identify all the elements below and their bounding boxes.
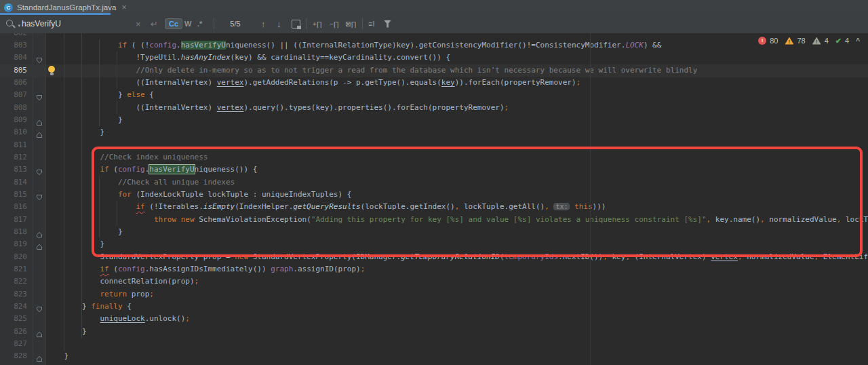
- code-line-827[interactable]: [0, 338, 868, 351]
- inspections-widget[interactable]: ! 80 ! 78 ! 4 ✔ 4 ^: [758, 35, 860, 46]
- fold-marker-down[interactable]: [36, 166, 43, 173]
- fold-marker-up[interactable]: [36, 229, 43, 235]
- line-number[interactable]: 806: [0, 77, 27, 89]
- select-all-matches-icon[interactable]: ⊠∏: [345, 15, 357, 33]
- code-line-810[interactable]: }: [0, 126, 868, 139]
- fold-marker-up[interactable]: [36, 117, 43, 123]
- line-number[interactable]: 825: [0, 313, 27, 325]
- tab-close-icon[interactable]: ×: [121, 3, 126, 12]
- words-toggle[interactable]: W: [184, 15, 191, 33]
- code-line-822[interactable]: connectRelation(prop);: [0, 275, 868, 288]
- newline-icon[interactable]: ↵: [151, 15, 158, 33]
- code-editor[interactable]: if ( (!config.hasVerifyUniqueness() || (…: [0, 33, 868, 365]
- select-all-occurrences-icon[interactable]: [292, 15, 300, 33]
- line-number[interactable]: 820: [0, 251, 27, 263]
- line-number[interactable]: 807: [0, 89, 27, 101]
- gutter-line-807: 807: [0, 89, 45, 102]
- code-token: {: [123, 302, 132, 311]
- next-occurrence-button[interactable]: ↓: [277, 15, 281, 33]
- line-number[interactable]: 805: [0, 64, 27, 77]
- code-line-826[interactable]: }: [0, 326, 868, 339]
- add-selection-icon[interactable]: +∏: [313, 15, 322, 33]
- fold-marker-up[interactable]: [36, 129, 43, 136]
- line-number[interactable]: 824: [0, 301, 27, 313]
- code-token: ( (!: [127, 41, 149, 50]
- line-number[interactable]: 811: [0, 139, 27, 151]
- code-line-808[interactable]: ((InternalVertex) vertex).query().types(…: [0, 102, 868, 115]
- code-line-825[interactable]: uniqueLock.unlock();: [0, 313, 868, 326]
- code-token: }: [46, 128, 104, 136]
- divider: [214, 18, 214, 29]
- line-number[interactable]: 826: [0, 326, 27, 338]
- code-line-806[interactable]: ((InternalVertex) vertex).getAddedRelati…: [0, 77, 868, 90]
- clear-search-icon[interactable]: ×: [136, 15, 141, 33]
- code-token: {: [145, 90, 154, 99]
- code-line-807[interactable]: } else {: [0, 89, 868, 102]
- line-number[interactable]: 815: [0, 189, 27, 201]
- line-number[interactable]: 802: [0, 33, 27, 39]
- line-number[interactable]: 808: [0, 102, 27, 114]
- gutter-line-817: 817: [0, 214, 45, 227]
- code-line-804[interactable]: !TypeUtil.hasAnyIndex(key) && cardinalit…: [0, 52, 868, 64]
- weak-warning-count: 4: [825, 37, 829, 45]
- gutter-line-815: 815: [0, 189, 45, 201]
- gutter-line-821: 821: [0, 263, 45, 276]
- code-token: .: [176, 41, 181, 50]
- code-line-824[interactable]: } finally {: [0, 301, 868, 313]
- line-number[interactable]: 817: [0, 214, 27, 226]
- tab-standardjanusgraphtx[interactable]: C StandardJanusGraphTx.java ×: [0, 0, 111, 15]
- code-line-803[interactable]: if ( (!config.hasVerifyUniqueness() || (…: [0, 39, 868, 52]
- line-number[interactable]: 813: [0, 164, 27, 176]
- fold-marker-up[interactable]: [36, 328, 43, 335]
- line-number[interactable]: 810: [0, 126, 27, 138]
- collapse-widget-icon[interactable]: ^: [856, 37, 860, 45]
- code-line-821[interactable]: if (config.hasAssignIDsImmediately()) gr…: [0, 263, 868, 276]
- line-number[interactable]: 827: [0, 338, 27, 350]
- regex-toggle[interactable]: .*: [197, 15, 202, 33]
- line-number[interactable]: 814: [0, 176, 27, 189]
- gutter-line-804: 804: [0, 52, 45, 64]
- line-number[interactable]: 828: [0, 350, 27, 362]
- warning-icon: !: [785, 37, 793, 45]
- code-line-823[interactable]: return prop;: [0, 288, 868, 301]
- code-line-828[interactable]: }: [0, 350, 868, 363]
- code-token: ((InternalVertex): [46, 78, 217, 87]
- line-number[interactable]: 823: [0, 288, 27, 301]
- gutter-line-808: 808: [0, 102, 45, 115]
- search-query-text: hasVerifyU: [22, 19, 61, 28]
- line-number[interactable]: 821: [0, 263, 27, 275]
- code-token: ).getAddedRelations(p -> p.getType().equ…: [243, 78, 441, 87]
- line-number[interactable]: 804: [0, 52, 27, 64]
- code-line-809[interactable]: }: [0, 114, 868, 127]
- fold-marker-down[interactable]: [36, 191, 43, 198]
- gutter: 8028038048058068078088098108118128138148…: [0, 33, 46, 365]
- remove-selection-icon[interactable]: −∏: [330, 15, 339, 33]
- line-number[interactable]: 803: [0, 39, 27, 52]
- code-token: [46, 265, 100, 273]
- line-number[interactable]: 809: [0, 114, 27, 126]
- error-icon: !: [758, 37, 766, 45]
- fold-marker-up[interactable]: [36, 241, 43, 248]
- fold-marker-down[interactable]: [36, 54, 43, 61]
- code-token: connectRelation(prop): [46, 277, 195, 286]
- line-number[interactable]: 819: [0, 238, 27, 250]
- previous-occurrence-button[interactable]: ↑: [261, 15, 266, 33]
- fold-marker-up[interactable]: [36, 353, 43, 360]
- fold-marker-down[interactable]: [36, 92, 43, 98]
- intention-bulb-icon[interactable]: [47, 66, 56, 76]
- code-token: (: [109, 265, 118, 273]
- code-token: config: [118, 265, 145, 273]
- filter-icon[interactable]: [384, 15, 391, 33]
- filter-lines-icon[interactable]: ≡I: [368, 15, 374, 33]
- line-number[interactable]: 812: [0, 151, 27, 164]
- line-number[interactable]: 816: [0, 201, 27, 213]
- code-token: ;: [195, 277, 199, 286]
- line-number[interactable]: 822: [0, 275, 27, 288]
- line-number[interactable]: 818: [0, 226, 27, 238]
- fold-marker-down[interactable]: [36, 303, 43, 310]
- match-case-toggle[interactable]: Cc: [165, 15, 182, 33]
- search-icon[interactable]: ▾: [5, 15, 16, 33]
- code-line-805[interactable]: //Only delete in-memory so as to not tri…: [0, 64, 868, 77]
- search-input[interactable]: hasVerifyU: [22, 15, 61, 33]
- code-token: key: [441, 78, 455, 87]
